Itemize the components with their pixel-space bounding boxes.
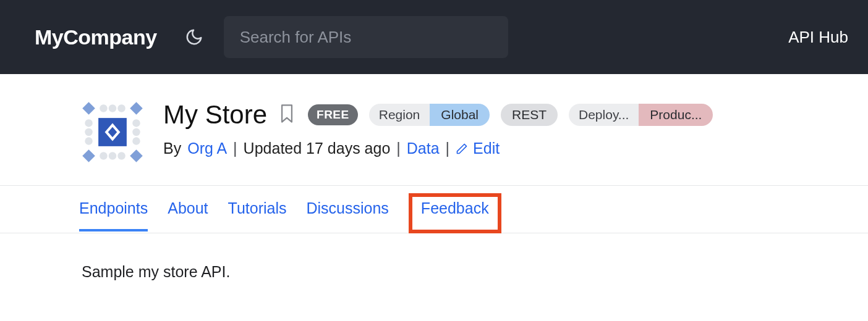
bookmark-icon	[278, 103, 296, 124]
svg-rect-1	[130, 102, 143, 115]
tab-feedback[interactable]: Feedback	[421, 199, 489, 217]
api-header: My Store FREE Region Global REST Deploy.…	[0, 74, 868, 185]
svg-rect-0	[82, 102, 95, 115]
top-bar: MyCompany API Hub	[0, 0, 868, 74]
category-link[interactable]: Data	[407, 140, 440, 157]
svg-point-8	[109, 152, 116, 159]
svg-point-9	[117, 152, 125, 159]
svg-point-13	[132, 119, 140, 127]
meta-separator: |	[396, 140, 401, 157]
tab-endpoints[interactable]: Endpoints	[79, 199, 148, 231]
region-pill[interactable]: Region Global	[369, 104, 490, 126]
tab-tutorials[interactable]: Tutorials	[228, 199, 287, 231]
bookmark-button[interactable]	[278, 103, 297, 127]
updated-text: Updated 17 days ago	[244, 140, 391, 157]
pencil-icon	[456, 143, 468, 155]
svg-point-15	[132, 137, 140, 144]
meta-separator: |	[446, 140, 450, 157]
svg-point-6	[117, 104, 125, 112]
api-hub-link[interactable]: API Hub	[788, 28, 848, 47]
by-prefix: By	[163, 140, 181, 157]
search-input[interactable]	[240, 28, 492, 47]
region-label: Region	[369, 104, 430, 126]
svg-rect-2	[82, 149, 95, 162]
feedback-highlight: Feedback	[409, 193, 501, 233]
api-title: My Store	[163, 100, 267, 130]
svg-point-5	[109, 104, 116, 112]
meta-separator: |	[233, 140, 237, 157]
svg-point-10	[85, 119, 92, 127]
org-link[interactable]: Org A	[187, 140, 227, 157]
svg-point-4	[100, 104, 107, 112]
svg-point-11	[85, 128, 92, 136]
svg-point-7	[100, 152, 107, 159]
deploy-label: Deploy...	[569, 104, 639, 126]
region-value: Global	[430, 104, 490, 126]
edit-button[interactable]: Edit	[456, 140, 500, 157]
moon-icon	[185, 28, 203, 46]
brand-logo[interactable]: MyCompany	[35, 25, 157, 49]
svg-point-12	[85, 137, 92, 144]
content-area: My Store FREE Region Global REST Deploy.…	[0, 74, 868, 306]
deploy-pill[interactable]: Deploy... Produc...	[569, 104, 713, 126]
svg-rect-3	[130, 149, 143, 162]
api-description: Sample my store API.	[0, 233, 868, 281]
deploy-value: Produc...	[639, 104, 713, 126]
api-logo-icon	[80, 100, 145, 164]
svg-point-14	[132, 128, 140, 136]
theme-toggle-button[interactable]	[182, 25, 206, 49]
tab-discussions[interactable]: Discussions	[306, 199, 388, 231]
tabs-nav: Endpoints About Tutorials Discussions Fe…	[0, 186, 868, 233]
edit-label: Edit	[473, 140, 500, 157]
rest-badge: REST	[501, 104, 558, 126]
tab-about[interactable]: About	[168, 199, 208, 231]
meta-row: By Org A | Updated 17 days ago | Data | …	[163, 140, 868, 157]
free-badge: FREE	[308, 104, 358, 126]
search-box[interactable]	[224, 16, 508, 58]
